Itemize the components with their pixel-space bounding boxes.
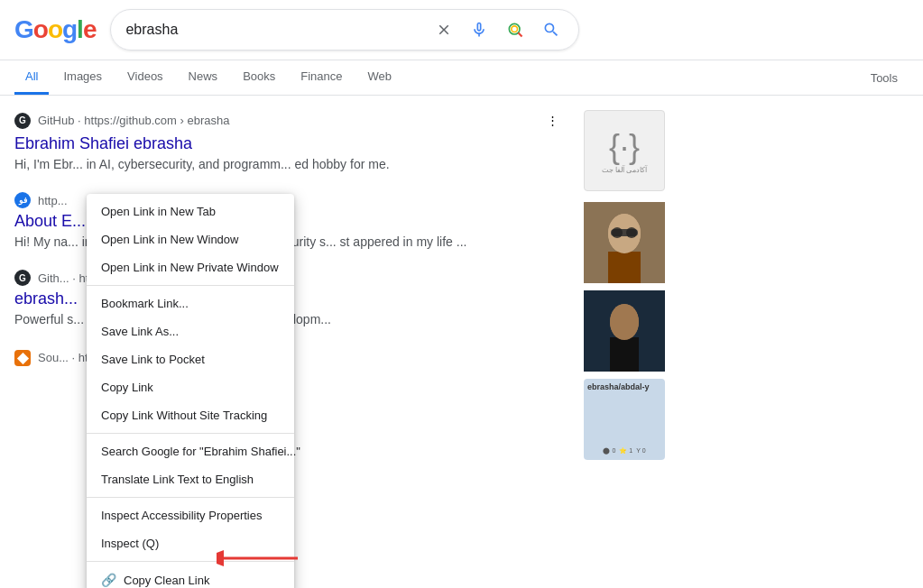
brand-text: آکادمی آلفا جت xyxy=(602,166,647,174)
svg-point-8 xyxy=(612,227,623,238)
svg-rect-12 xyxy=(610,337,639,372)
tab-videos[interactable]: Videos xyxy=(116,60,174,95)
tab-finance[interactable]: Finance xyxy=(290,60,353,95)
separator-1 xyxy=(87,285,294,286)
menu-copy-link-no-tracking[interactable]: Copy Link Without Site Tracking xyxy=(87,401,294,429)
favicon: G xyxy=(14,270,31,286)
brand-logo: {·} آکادمی آلفا جت xyxy=(584,110,665,191)
menu-copy-link[interactable]: Copy Link xyxy=(87,373,294,401)
result-options-button[interactable]: ⋮ xyxy=(543,110,562,131)
image-block xyxy=(584,202,909,283)
svg-line-2 xyxy=(519,32,522,36)
favicon: ◆ xyxy=(14,350,31,366)
favicon: G xyxy=(14,113,31,129)
menu-open-private[interactable]: Open Link in New Private Window xyxy=(87,253,294,281)
tab-all[interactable]: All xyxy=(14,60,49,95)
result-url: http... xyxy=(38,194,68,207)
result-source: G GitHub · https://github.com › ebrasha … xyxy=(14,110,562,131)
list-item: G GitHub · https://github.com › ebrasha … xyxy=(14,110,562,174)
google-logo: Google xyxy=(14,15,96,44)
tab-images[interactable]: Images xyxy=(52,60,113,95)
clean-link-icon: 🔗 xyxy=(101,573,116,587)
image-block xyxy=(584,290,909,372)
tab-web[interactable]: Web xyxy=(357,60,403,95)
svg-point-9 xyxy=(626,227,637,238)
right-images: ebrasha/abdal-y ⬤ 0 ⭐ 1 Y 0 xyxy=(584,202,909,460)
result-title[interactable]: Ebrahim Shafiei ebrasha xyxy=(14,134,192,152)
tab-news[interactable]: News xyxy=(178,60,229,95)
favicon: فو xyxy=(14,192,31,208)
search-bar xyxy=(110,9,579,51)
svg-point-13 xyxy=(610,304,639,340)
menu-search-google[interactable]: Search Google for "Ebrahim Shafiei..." xyxy=(87,437,294,465)
menu-open-new-window[interactable]: Open Link in New Window xyxy=(87,225,294,253)
menu-save-pocket[interactable]: Save Link to Pocket xyxy=(87,345,294,373)
lens-button[interactable] xyxy=(503,17,528,42)
voice-search-button[interactable] xyxy=(466,17,492,42)
header: Google xyxy=(0,0,923,60)
separator-2 xyxy=(87,433,294,434)
tab-books[interactable]: Books xyxy=(232,60,286,95)
menu-copy-clean-link[interactable]: 🔗 Copy Clean Link xyxy=(87,565,294,588)
clean-link-label: Copy Clean Link xyxy=(124,574,209,587)
search-icons xyxy=(432,17,564,42)
svg-rect-5 xyxy=(608,252,641,283)
clear-search-button[interactable] xyxy=(432,18,456,41)
menu-inspect[interactable]: Inspect (Q) xyxy=(87,529,294,557)
separator-4 xyxy=(87,561,294,562)
svg-point-1 xyxy=(512,26,518,32)
search-input[interactable] xyxy=(125,22,425,38)
nav-tabs: All Images Videos News Books Finance Web… xyxy=(0,60,923,96)
menu-inspect-accessibility[interactable]: Inspect Accessibility Properties xyxy=(87,501,294,529)
menu-translate[interactable]: Translate Link Text to English xyxy=(87,465,294,493)
result-url: GitHub · https://github.com › ebrasha xyxy=(38,114,229,127)
result-title[interactable]: ebrash... xyxy=(14,289,78,308)
search-button[interactable] xyxy=(539,17,564,42)
brand-icon: {·} xyxy=(609,128,640,166)
menu-bookmark[interactable]: Bookmark Link... xyxy=(87,289,294,317)
result-snippet: Hi, I'm Ebr... in AI, cybersecurity, and… xyxy=(14,155,562,174)
context-menu: Open Link in New Tab Open Link in New Wi… xyxy=(87,194,294,588)
right-panel: {·} آکادمی آلفا جت xyxy=(584,110,909,570)
image-block: ebrasha/abdal-y ⬤ 0 ⭐ 1 Y 0 xyxy=(584,379,909,460)
menu-open-new-tab[interactable]: Open Link in New Tab xyxy=(87,198,294,225)
tools-button[interactable]: Tools xyxy=(860,62,909,94)
separator-3 xyxy=(87,497,294,498)
menu-save-as[interactable]: Save Link As... xyxy=(87,317,294,345)
person-image-2 xyxy=(584,290,665,372)
person-image-1 xyxy=(584,202,665,283)
package-image: ebrasha/abdal-y ⬤ 0 ⭐ 1 Y 0 xyxy=(584,379,665,460)
